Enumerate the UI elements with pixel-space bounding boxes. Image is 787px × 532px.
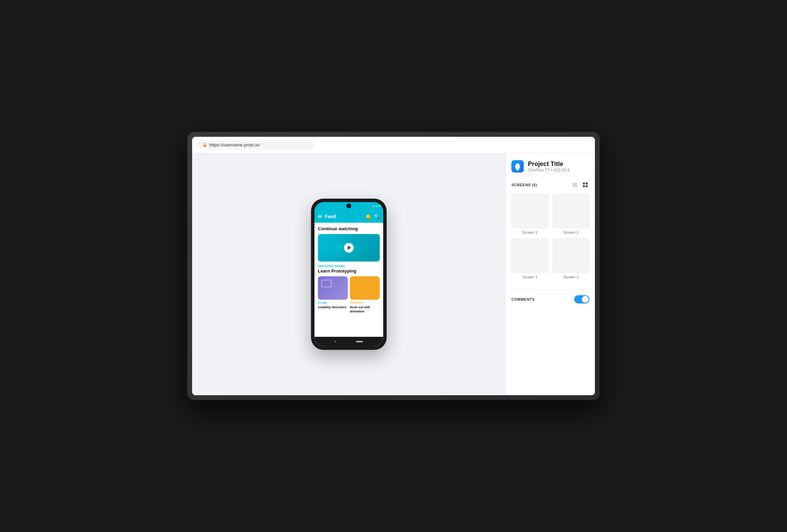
design-category: Design [318,301,348,304]
phone-content: Continue watching Interaction Design Lea… [314,223,383,337]
screen-thumbnail-2 [553,194,590,228]
view-toggle [571,181,589,189]
project-title: Project Title [528,160,569,168]
main-content: Feed 🔔 🔍 Continue watching Interaction D… [192,153,595,395]
right-sidebar: Project Title OnePlus 7T • 412×914 SCREE… [506,153,595,395]
screen-name-4: Screen 2 [553,275,590,279]
screen-name-3: Screen 1 [511,275,548,279]
comments-toggle[interactable] [574,295,589,303]
avatar-shape [515,163,520,169]
video-thumbnail[interactable] [318,234,380,262]
project-info: Project Title OnePlus 7T • 412×914 [528,160,569,173]
play-triangle-icon [348,246,351,250]
screen-item-3[interactable]: Screen 1 [511,239,548,279]
phone-app-bar: Feed 🔔 🔍 [314,210,383,223]
screen-item-2[interactable]: Screen 2 [553,194,590,234]
back-indicator[interactable] [335,341,336,342]
project-header: Project Title OnePlus 7T • 412×914 [511,160,589,173]
screen-name-2: Screen 2 [553,230,590,234]
screen-item-1[interactable]: Screen 1 [511,194,548,234]
screens-label: SCREENS (5) [511,183,571,187]
comments-label: COMMENTS [511,297,574,301]
phone-bottom-bar [314,337,383,346]
signal-dot-2 [376,206,377,207]
screen-bezel: 🔒 https://username.proto.io/ [192,137,595,395]
list-view-button[interactable] [571,181,579,189]
animation-category: Animation [350,301,380,304]
grid-view-button[interactable] [581,181,589,189]
list-view-icon [573,182,577,187]
continue-watching-title: Continue watching [318,226,380,231]
screen-thumbnail-4 [553,239,590,273]
signal-dot-3 [378,206,380,207]
signal-dot-1 [373,206,374,207]
project-device: OnePlus 7T • 412×914 [528,168,569,173]
grid-view-icon [583,182,588,187]
screens-header: SCREENS (5) [511,181,589,189]
screen-thumbnail-1 [511,194,548,228]
screen-thumbnail-3 [511,239,548,273]
phone-notch [346,203,351,208]
notification-icon[interactable]: 🔔 [365,214,371,219]
screen-name-1: Screen 1 [511,230,548,234]
design-card[interactable] [318,276,348,300]
play-button[interactable] [344,243,354,253]
home-indicator[interactable] [356,341,363,342]
animation-card[interactable] [350,276,380,300]
phone-preview-area: Feed 🔔 🔍 Continue watching Interaction D… [192,153,506,395]
category-label: Interaction Design [318,264,380,268]
category-title: Learn Prototyping [318,268,380,274]
laptop-frame: 🔒 https://username.proto.io/ [187,132,600,400]
toggle-knob [582,296,589,303]
animation-desc: Rock out with animation [350,306,380,313]
browser-bar: 🔒 https://username.proto.io/ [192,137,595,153]
phone-frame: Feed 🔔 🔍 Continue watching Interaction D… [311,199,387,350]
browser-url-bar[interactable]: 🔒 https://username.proto.io/ [198,140,314,149]
design-desc: Usability Heuristics [318,306,348,310]
hamburger-icon[interactable] [318,215,322,218]
comments-row: COMMENTS [511,295,589,303]
search-icon[interactable]: 🔍 [374,214,380,219]
animation-card-col: Animation Rock out with animation [350,276,380,313]
screen-item-4[interactable]: Screen 2 [553,239,590,279]
cards-row: Design Usability Heuristics Animation Ro… [318,276,380,313]
divider [511,289,589,290]
app-bar-title: Feed [325,214,363,219]
screens-grid: Screen 1 Screen 2 Screen 1 Screen 2 [511,194,589,279]
lock-icon: 🔒 [202,143,207,147]
design-card-col: Design Usability Heuristics [318,276,348,313]
phone-screen: Feed 🔔 🔍 Continue watching Interaction D… [314,202,383,346]
avatar-dot [517,168,519,171]
url-text: https://username.proto.io/ [209,142,260,147]
project-avatar [511,160,524,173]
